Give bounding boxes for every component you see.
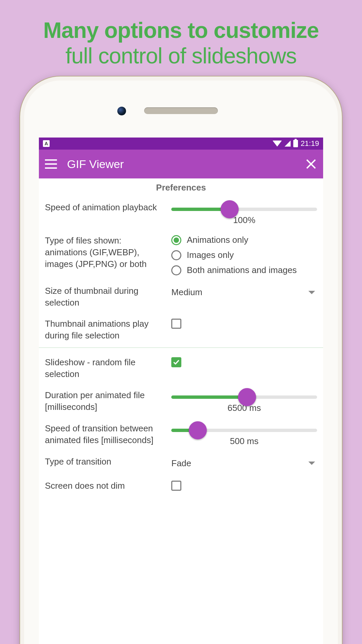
app-title: GIF Viewer [67, 158, 295, 171]
promo-line-2: full control of slideshows [0, 43, 362, 68]
close-button[interactable] [305, 158, 317, 170]
radio-animations-only[interactable]: Animations only [171, 235, 317, 245]
speed-value: 100% [171, 215, 317, 225]
duration-slider[interactable] [171, 395, 317, 399]
pref-label: Slideshow - random file selection [45, 357, 165, 380]
battery-charging-icon [293, 140, 298, 147]
slider-fill [171, 395, 247, 399]
radio-label: Animations only [187, 235, 248, 245]
preferences-panel: Preferences Speed of animation playback … [39, 178, 323, 510]
chevron-down-icon [308, 291, 315, 294]
promo-line-1: Many options to customize [0, 17, 362, 43]
pref-random-selection: Slideshow - random file selection [39, 351, 323, 383]
menu-button[interactable] [45, 159, 57, 169]
pref-label: Type of files shown: animations (GIF,WEB… [45, 235, 165, 270]
dropdown-value: Fade [171, 458, 191, 469]
pref-no-dim: Screen does not dim [39, 474, 323, 496]
pref-thumb-size: Size of thumbnail during selection Mediu… [39, 279, 323, 312]
pref-label: Speed of transition between animated fil… [45, 423, 165, 446]
radio-icon [171, 250, 181, 260]
section-heading: Preferences [39, 178, 323, 196]
radio-images-only[interactable]: Images only [171, 250, 317, 260]
pref-label: Size of thumbnail during selection [45, 285, 165, 309]
pref-file-types: Type of files shown: animations (GIF,WEB… [39, 229, 323, 279]
thumb-anim-checkbox[interactable] [171, 319, 181, 329]
random-checkbox[interactable] [171, 357, 181, 367]
pref-thumb-anim: Thumbnail animations play during file se… [39, 312, 323, 345]
pref-duration: Duration per animated file [milliseconds… [39, 383, 323, 417]
status-bar: A 21:19 [39, 138, 323, 150]
slider-thumb[interactable] [221, 200, 239, 218]
pref-transition-type: Type of transition Fade [39, 450, 323, 474]
wifi-icon [273, 141, 282, 147]
chevron-down-icon [308, 462, 315, 465]
phone-camera-icon [117, 107, 126, 115]
slider-thumb[interactable] [189, 421, 207, 439]
no-dim-checkbox[interactable] [171, 481, 181, 491]
signal-icon [285, 141, 291, 147]
thumb-size-dropdown[interactable]: Medium [171, 285, 317, 300]
promo-text: Many options to customize full control o… [0, 0, 362, 68]
radio-both[interactable]: Both animations and images [171, 265, 317, 275]
pref-label: Type of transition [45, 456, 165, 468]
radio-label: Both animations and images [187, 265, 297, 275]
transition-speed-slider[interactable] [171, 429, 317, 432]
speed-slider[interactable] [171, 208, 317, 211]
device-screen: A 21:19 GIF Viewer Preferences [39, 138, 323, 644]
pref-label: Duration per animated file [milliseconds… [45, 389, 165, 413]
divider [39, 347, 323, 348]
pref-label: Thumbnail animations play during file se… [45, 318, 165, 341]
radio-icon [171, 235, 181, 245]
transition-type-dropdown[interactable]: Fade [171, 456, 317, 471]
phone-speaker-icon [144, 107, 218, 114]
slider-thumb[interactable] [238, 388, 256, 406]
status-time: 21:19 [301, 139, 319, 148]
radio-label: Images only [187, 250, 234, 260]
radio-icon [171, 265, 181, 275]
notification-badge-icon: A [43, 140, 50, 147]
pref-speed-playback: Speed of animation playback 100% [39, 196, 323, 229]
app-bar: GIF Viewer [39, 150, 323, 178]
pref-label: Speed of animation playback [45, 202, 165, 213]
dropdown-value: Medium [171, 287, 202, 298]
phone-frame: A 21:19 GIF Viewer Preferences [20, 76, 342, 644]
file-types-radio-group: Animations only Images only Both animati… [171, 235, 317, 276]
pref-label: Screen does not dim [45, 480, 165, 492]
pref-transition-speed: Speed of transition between animated fil… [39, 417, 323, 450]
